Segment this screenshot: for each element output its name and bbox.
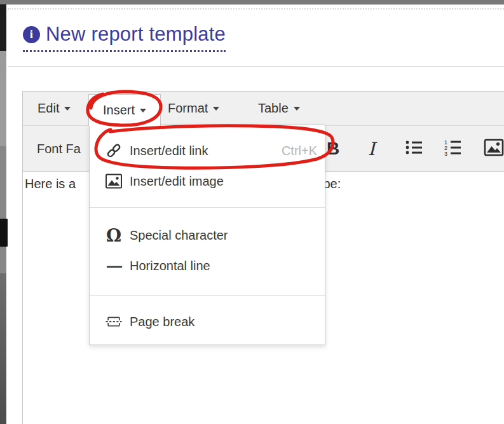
modal-title-block[interactable]: i New report template [23,23,226,52]
modal-top-dotted-line [8,8,504,10]
omega-icon: Ω [105,226,123,244]
strip-segment-dark-gradient [0,273,6,424]
numbered-list-icon: 1 2 3 [444,139,463,159]
menu-insert-label: Insert [103,103,135,118]
editor-text-fragment: Here is a [25,177,76,191]
menu-item-label: Insert/edit link [130,144,208,158]
menu-edit[interactable]: Edit [37,92,71,125]
menu-table-label: Table [258,101,289,116]
page-break-icon [105,313,123,331]
bullet-list-button[interactable] [405,139,424,159]
menu-item-insert-edit-image[interactable]: Insert/edit image [90,166,325,196]
menu-item-shortcut: Ctrl+K [282,144,317,158]
browser-top-bar [0,0,504,4]
italic-button[interactable]: I [368,138,375,159]
menu-separator [90,207,325,208]
background-page-strip [0,4,6,424]
info-icon: i [23,26,40,43]
horizontal-line-icon: — [105,257,123,275]
image-icon [105,172,123,190]
menu-table[interactable]: Table [258,92,300,125]
screen: i New report template Edit Insert Format… [0,0,504,424]
bullet-list-icon [405,139,424,159]
svg-text:3: 3 [444,151,447,156]
strip-segment-gray [0,51,6,146]
menu-item-insert-edit-link[interactable]: Insert/edit link Ctrl+K [90,135,325,166]
menu-format[interactable]: Format [168,92,219,125]
menu-item-label: Special character [130,228,228,243]
chevron-down-icon [140,109,146,113]
menu-edit-label: Edit [37,101,59,116]
menu-format-label: Format [168,101,208,116]
chevron-down-icon [294,107,300,111]
image-button[interactable] [484,138,504,160]
menu-item-label: Insert/edit image [130,174,224,189]
link-icon [105,142,123,160]
menu-insert[interactable]: Insert [88,94,161,126]
bold-button[interactable]: B [327,139,339,159]
menu-separator [90,295,325,296]
insert-dropdown-menu: Insert/edit link Ctrl+K Insert/edit imag… [89,125,325,345]
image-icon [484,138,504,160]
font-family-select[interactable]: Font Fa [37,141,81,156]
strip-segment-dark [0,4,6,51]
chevron-down-icon [64,107,71,111]
chevron-down-icon [213,107,219,111]
menu-item-label: Page break [130,315,194,329]
editor-menubar: Edit Insert Format Table [23,92,504,125]
menu-item-special-character[interactable]: Ω Special character [90,220,325,250]
menu-item-page-break[interactable]: Page break [90,306,325,337]
numbered-list-button[interactable]: 1 2 3 [444,139,463,159]
page-title: New report template [46,23,226,46]
header-divider [8,66,504,67]
strip-segment-gray [0,146,6,273]
menu-item-label: Horizontal line [130,259,210,273]
menu-item-horizontal-line[interactable]: — Horizontal line [90,250,325,281]
